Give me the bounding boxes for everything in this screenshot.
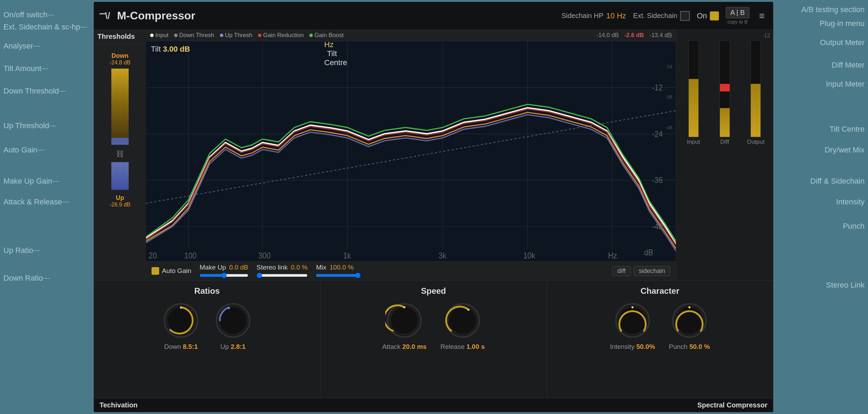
- punch-knob[interactable]: [670, 301, 708, 340]
- label-stereo-link: Stereo Link: [826, 281, 865, 290]
- plugin-panel: ⎻\/ M-Compressor Sidechain HP 10 Hz Ext.…: [94, 2, 773, 412]
- label-plugin-menu: Plug-in menu: [819, 19, 865, 28]
- label-down-threshold: Down Threshold: [3, 87, 59, 96]
- release-knob[interactable]: [444, 301, 482, 340]
- legend-down-dot: [174, 34, 178, 37]
- tilt-value: 3.00 dB: [163, 45, 190, 53]
- ab-button[interactable]: A | B: [726, 7, 749, 18]
- mix-display: Mix 100.0 %: [316, 264, 361, 271]
- label-tilt-amount: Tilt Amount: [3, 64, 41, 73]
- down-ratio-knob[interactable]: [162, 301, 200, 340]
- label-diff-meter: Diff Meter: [832, 61, 865, 70]
- svg-text:1k: 1k: [343, 251, 351, 260]
- sidechain-hp-value[interactable]: 10 Hz: [606, 11, 626, 20]
- release-value: 1.00 s: [466, 343, 485, 350]
- on-label: On: [697, 11, 707, 20]
- punch-label: Punch 50.0 %: [669, 343, 710, 351]
- label-input-meter: Input Meter: [826, 80, 865, 89]
- make-up-slider[interactable]: [200, 273, 248, 278]
- release-label: Release 1.00 s: [440, 343, 485, 351]
- make-up-display: Make Up 0.0 dB: [200, 264, 248, 271]
- analyzer-area[interactable]: Tilt 3.00 dB 476 Hz Tilt Centre: [146, 41, 676, 261]
- mix-value: 100.0 %: [329, 264, 354, 271]
- label-make-up-gain: Make Up Gain: [3, 177, 52, 186]
- speed-title: Speed: [421, 286, 446, 296]
- auto-gain-label: Auto Gain: [162, 267, 191, 275]
- plugin-name: M-Compressor: [117, 9, 561, 22]
- up-thresh-bar-inner: [111, 138, 129, 145]
- intensity-knob-group: Intensity 50.0%: [610, 301, 655, 351]
- attack-knob-group: Attack 20.0 ms: [382, 301, 427, 351]
- svg-text:20: 20: [149, 251, 157, 260]
- up-thresh-label: Up: [116, 194, 124, 202]
- up-thresh-value: -26.9 dB: [110, 202, 130, 208]
- svg-text:dB: dB: [644, 248, 653, 257]
- up-ratio-label: Up 2.8:1: [221, 343, 246, 351]
- diff-meter-bar: [720, 40, 730, 137]
- ext-sidechain-checkbox[interactable]: [680, 11, 690, 21]
- mix-control: Mix 100.0 %: [316, 264, 361, 278]
- legend-gain-boost: Gain Boost: [309, 32, 344, 39]
- attack-knob[interactable]: [385, 301, 423, 340]
- label-on-off-switch: On/off switch: [3, 10, 48, 19]
- intensity-knob[interactable]: [613, 301, 652, 340]
- sidechain-button[interactable]: sidechain: [634, 266, 670, 276]
- footer-right: Spectral Compressor: [697, 401, 767, 409]
- svg-point-25: [180, 307, 182, 309]
- up-thresh-curve: [146, 115, 676, 251]
- stereo-link-slider[interactable]: [257, 273, 308, 278]
- on-indicator[interactable]: On: [697, 11, 719, 20]
- input-meter-bar: [688, 40, 699, 137]
- meter-scale-12: -12: [665, 33, 672, 39]
- ab-sub: copy to B: [728, 19, 748, 25]
- svg-text:Hz: Hz: [608, 251, 617, 260]
- menu-button[interactable]: ≡: [756, 9, 767, 23]
- output-meter-col: Output: [741, 40, 770, 278]
- down-thresh-label: Down: [111, 52, 128, 60]
- label-punch: Punch: [843, 222, 865, 231]
- output-meter-label: Output: [747, 139, 765, 146]
- meter-db-scale: -12 -24 -36 -48: [665, 33, 672, 130]
- legend-up-label: Up Thresh: [225, 32, 252, 39]
- lower-panel: Ratios Down 8.5:1: [94, 280, 773, 398]
- diff-button[interactable]: diff: [612, 266, 631, 276]
- release-knob-group: Release 1.00 s: [440, 301, 485, 351]
- auto-gain-button[interactable]: Auto Gain: [152, 267, 191, 275]
- diff-meter-label: Diff: [720, 139, 729, 146]
- input-meter-col: Input: [679, 40, 708, 278]
- up-ratio-knob-group: Up 2.8:1: [214, 301, 252, 351]
- analyzer-panel: Input Down Thresh Up Thresh Gain Reducti…: [146, 30, 676, 280]
- diff-sidechain-buttons: diff sidechain: [612, 266, 670, 276]
- legend-gb-dot: [309, 34, 313, 37]
- svg-text:3k: 3k: [438, 251, 446, 260]
- input-meter-fill: [689, 79, 698, 137]
- down-thresh-bar[interactable]: [111, 69, 129, 145]
- mix-slider[interactable]: [316, 273, 361, 278]
- label-ext-sidechain: Ext. Sidechain & sc-hp: [3, 23, 80, 32]
- up-thresh-bar[interactable]: [111, 162, 129, 190]
- down-ratio-knob-group: Down 8.5:1: [162, 301, 200, 351]
- svg-point-34: [467, 309, 470, 311]
- svg-point-31: [403, 306, 405, 308]
- stereo-link-value: 0.0 %: [291, 264, 308, 271]
- legend-input-dot: [150, 34, 154, 37]
- sidechain-hp-control: Sidechain HP 10 Hz: [561, 11, 626, 20]
- label-dry-wet-mix: Dry/wet Mix: [825, 146, 865, 155]
- on-light: [710, 11, 719, 20]
- footer-bar: Techivation Spectral Compressor: [94, 398, 773, 412]
- label-tilt-centre: Tilt Centre: [830, 125, 865, 134]
- tilt-label: Tilt: [151, 45, 161, 53]
- mix-label: Mix: [316, 264, 326, 271]
- up-ratio-name: Up: [221, 343, 229, 350]
- label-auto-gain: Auto Gain: [3, 146, 37, 155]
- label-output-meter: Output Meter: [820, 38, 865, 47]
- link-icon[interactable]: ⛓: [116, 148, 124, 161]
- output-meter-bar: [750, 40, 761, 137]
- up-ratio-knob[interactable]: [214, 301, 252, 340]
- diff-meter-fill: [720, 108, 730, 137]
- legend-gain-reduction: Gain Reduction: [258, 32, 304, 39]
- up-ratio-value: 2.8:1: [231, 343, 246, 350]
- legend-gr-dot: [258, 34, 261, 37]
- intensity-value: 50.0%: [636, 343, 655, 350]
- tilt-centre-hz: 476 Hz: [324, 41, 337, 49]
